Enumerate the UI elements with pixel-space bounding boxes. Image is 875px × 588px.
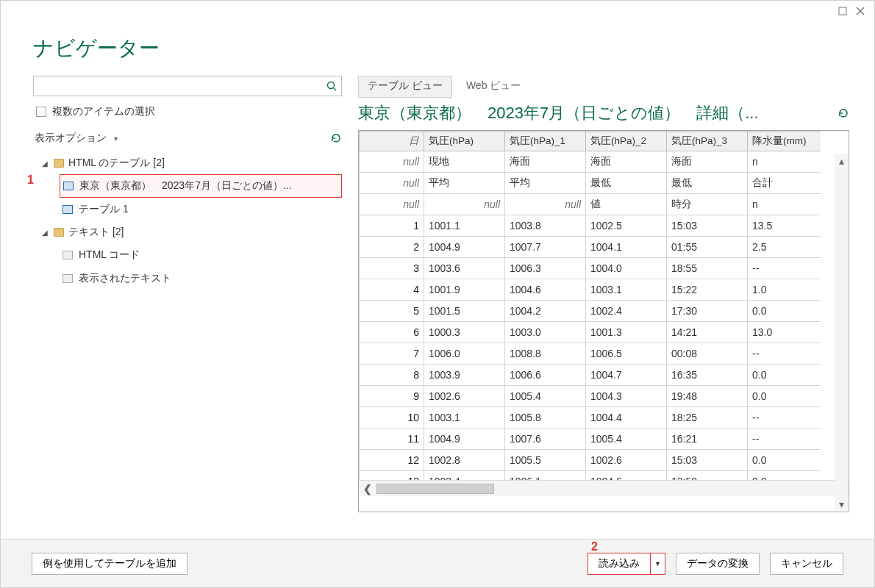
search-box[interactable]	[33, 76, 342, 96]
search-input[interactable]	[40, 80, 325, 93]
table-cell: 13	[360, 471, 424, 481]
table-cell: 15:22	[667, 279, 748, 301]
table-row[interactable]: 131003.41006.11004.613:500.0	[360, 471, 821, 481]
horizontal-scrollbar[interactable]: ❮ ❯	[359, 480, 849, 496]
table-cell: --	[748, 429, 821, 450]
table-cell: 1005.4	[586, 429, 667, 450]
table-cell: 1004.6	[505, 279, 586, 301]
column-header[interactable]: 降水量(mm)	[748, 132, 821, 151]
table-cell: 1004.7	[586, 365, 667, 386]
column-header[interactable]: 日	[360, 132, 424, 151]
column-header[interactable]: 気圧(hPa)_1	[505, 132, 586, 151]
table-cell: 6	[360, 322, 424, 343]
table-row[interactable]: 71006.01008.81006.500:08--	[360, 343, 821, 365]
svg-rect-0	[839, 7, 846, 15]
table-cell: 時分	[667, 194, 748, 215]
table-cell: 0.0	[748, 471, 821, 481]
table-row[interactable]: 21004.91007.71004.101:552.5	[360, 237, 821, 258]
display-options[interactable]: 表示オプション ▾	[35, 132, 342, 145]
refresh-icon[interactable]	[330, 132, 342, 144]
table-cell: --	[748, 258, 821, 279]
table-row[interactable]: 91002.61005.41004.319:480.0	[360, 386, 821, 407]
preview-table-container: 日気圧(hPa)気圧(hPa)_1気圧(hPa)_2気圧(hPa)_3降水量(m…	[358, 130, 849, 512]
table-cell: 15:03	[667, 450, 748, 471]
folder-icon	[54, 159, 64, 168]
load-split-button[interactable]: 読み込み ▼	[588, 553, 665, 575]
table-cell: 1001.9	[424, 279, 505, 301]
display-options-label: 表示オプション	[35, 132, 107, 143]
tab-table-view[interactable]: テーブル ビュー	[358, 76, 452, 98]
scroll-down-icon[interactable]: ▾	[839, 498, 844, 511]
table-row[interactable]: 121002.81005.51002.615:030.0	[360, 450, 821, 471]
table-row[interactable]: 51001.51004.21002.417:300.0	[360, 301, 821, 322]
tab-web-view[interactable]: Web ビュー	[457, 76, 530, 98]
table-row[interactable]: null現地海面海面海面n	[360, 151, 821, 173]
add-table-button[interactable]: 例を使用してテーブルを追加	[32, 553, 188, 575]
table-cell: 1001.1	[424, 215, 505, 237]
tree-item-tokyo-july[interactable]: 東京（東京都） 2023年7月（日ごとの値）...	[60, 174, 342, 198]
checkbox-icon[interactable]	[36, 107, 46, 117]
table-cell: n	[748, 151, 821, 173]
tree-item-label: 東京（東京都） 2023年7月（日ごとの値）...	[79, 179, 292, 193]
tree-item-rendered-text[interactable]: 表示されたテキスト	[60, 267, 342, 290]
table-cell: 14:21	[667, 322, 748, 343]
multi-select-row[interactable]: 複数のアイテムの選択	[36, 105, 339, 118]
table-cell: 1001.3	[586, 322, 667, 343]
table-row[interactable]: null平均平均最低最低合計	[360, 173, 821, 194]
table-cell: 01:55	[667, 237, 748, 258]
left-pane: 複数のアイテムの選択 表示オプション ▾ 1 ◢	[33, 76, 342, 533]
close-icon[interactable]	[855, 6, 865, 16]
h-scroll-thumb[interactable]	[376, 484, 494, 494]
preview-tabs: テーブル ビュー Web ビュー	[358, 76, 849, 98]
tree-folder-html-tables[interactable]: ◢ HTML のテーブル [2]	[38, 152, 342, 174]
table-cell: 海面	[505, 151, 586, 173]
column-header[interactable]: 気圧(hPa)_2	[586, 132, 667, 151]
table-cell: 0.0	[748, 450, 821, 471]
vertical-scrollbar[interactable]: ▴ ▾	[835, 154, 848, 511]
table-row[interactable]: 81003.91006.61004.716:350.0	[360, 365, 821, 386]
table-cell: 18:55	[667, 258, 748, 279]
tree-item-label: 表示されたテキスト	[79, 272, 171, 285]
table-cell: 5	[360, 301, 424, 322]
tree-folder-text[interactable]: ◢ テキスト [2]	[38, 221, 342, 243]
collapse-icon[interactable]: ◢	[42, 229, 49, 237]
cancel-button[interactable]: キャンセル	[770, 553, 843, 575]
table-cell: 1004.4	[586, 407, 667, 429]
table-cell: --	[748, 343, 821, 365]
tree-folder-label: HTML のテーブル [2]	[68, 157, 165, 170]
table-cell: 13.0	[748, 322, 821, 343]
table-header-row: 日気圧(hPa)気圧(hPa)_1気圧(hPa)_2気圧(hPa)_3降水量(m…	[360, 132, 821, 151]
column-header[interactable]: 気圧(hPa)_3	[667, 132, 748, 151]
table-row[interactable]: 61000.31003.01001.314:2113.0	[360, 322, 821, 343]
table-cell: 1003.9	[424, 365, 505, 386]
minimize-icon[interactable]	[838, 6, 848, 16]
table-cell: 1006.6	[505, 365, 586, 386]
table-row[interactable]: 111004.91007.61005.416:21--	[360, 429, 821, 450]
load-dropdown-icon[interactable]: ▼	[650, 553, 665, 574]
scroll-up-icon[interactable]: ▴	[839, 154, 844, 168]
tree-item-table-1[interactable]: テーブル 1	[60, 198, 342, 221]
load-button[interactable]: 読み込み	[588, 553, 650, 574]
preview-refresh-icon[interactable]	[838, 107, 849, 119]
table-row[interactable]: 101003.11005.81004.418:25--	[360, 407, 821, 429]
transform-button[interactable]: データの変換	[676, 553, 760, 575]
table-cell: 1007.7	[505, 237, 586, 258]
table-row[interactable]: 41001.91004.61003.115:221.0	[360, 279, 821, 301]
table-cell: 1000.3	[424, 322, 505, 343]
table-cell: 2.5	[748, 237, 821, 258]
table-cell: 10	[360, 407, 424, 429]
table-cell: 1002.8	[424, 450, 505, 471]
table-row[interactable]: nullnullnull値時分n	[360, 194, 821, 215]
tree-item-html-code[interactable]: HTML コード	[60, 243, 342, 267]
text-icon	[63, 274, 73, 283]
column-header[interactable]: 気圧(hPa)	[424, 132, 505, 151]
search-icon[interactable]	[325, 81, 338, 91]
svg-line-2	[334, 88, 337, 91]
table-cell: null	[360, 173, 424, 194]
table-cell: 1003.1	[586, 279, 667, 301]
table-row[interactable]: 31003.61006.31004.018:55--	[360, 258, 821, 279]
collapse-icon[interactable]: ◢	[42, 159, 49, 168]
table-row[interactable]: 11001.11003.81002.515:0313.5	[360, 215, 821, 237]
scroll-left-icon[interactable]: ❮	[359, 483, 376, 495]
table-cell: null	[505, 194, 586, 215]
